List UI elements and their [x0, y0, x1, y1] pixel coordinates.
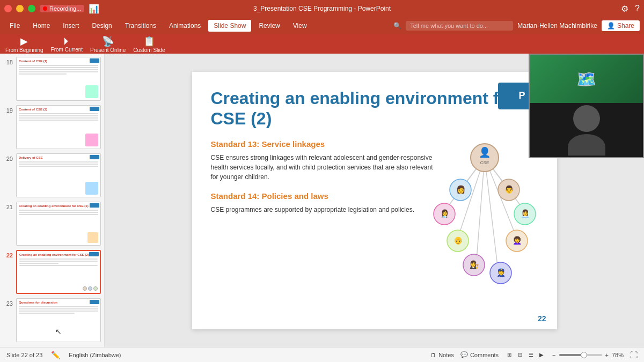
- slide-num-22: 22: [3, 250, 13, 258]
- tab-insert[interactable]: Insert: [57, 20, 84, 32]
- title-bar-right: ⚙ ?: [621, 4, 640, 14]
- comments-button[interactable]: 💬 Comments: [460, 351, 499, 358]
- slide-title-23: Questions for discussion: [19, 301, 98, 304]
- thumb-line: [19, 263, 58, 264]
- slide-title-20: Delivery of CSE: [19, 156, 98, 159]
- thumb-line: [19, 67, 98, 68]
- slide-preview-19[interactable]: Content of CSE (2): [16, 105, 101, 149]
- slide-preview-20[interactable]: Delivery of CSE: [16, 153, 101, 197]
- slide-info: Slide 22 of 23: [6, 352, 42, 358]
- slide-title-21: Creating an enabling environment for CSE…: [19, 204, 98, 208]
- camera-feed: [530, 103, 643, 157]
- ribbon-user-area: 🔍 Marian-Hellen Machimbirike 👤 Share: [393, 20, 640, 31]
- search-input[interactable]: [406, 21, 513, 31]
- slide-num-20: 20: [3, 153, 13, 162]
- settings-icon[interactable]: ⚙: [621, 4, 628, 14]
- slide-preview-23[interactable]: Questions for discussion ↖: [16, 298, 101, 342]
- thumb-line: [19, 69, 98, 70]
- recording-label: Recording...: [49, 5, 81, 12]
- slide-badge-23: [90, 300, 99, 304]
- slide-title-22: Creating an enabling environment for CSE…: [19, 253, 98, 256]
- slide-thumb-19[interactable]: 19 Content of CSE (2): [3, 105, 101, 149]
- map-display: 🗺️: [530, 55, 643, 103]
- present-online-btn[interactable]: 📡 Present Online: [90, 35, 126, 53]
- thumb-line: [19, 65, 98, 66]
- reading-view-icon[interactable]: ☰: [526, 351, 535, 359]
- from-current-btn[interactable]: ⏵ From Current: [51, 35, 83, 53]
- edit-icon: ✏️: [51, 351, 60, 359]
- thumb-line: [19, 161, 98, 162]
- slide-preview-18[interactable]: Content of CSE (1): [16, 57, 101, 101]
- slide-network-22: [83, 286, 98, 291]
- thumb-line: [19, 311, 98, 312]
- svg-text:👤: 👤: [479, 146, 491, 158]
- slide-thumb-23[interactable]: 23 Questions for discussion ↖: [3, 298, 101, 342]
- slideshow-view-icon[interactable]: ▶: [537, 351, 546, 359]
- thumb-line: [19, 313, 75, 314]
- slide-badge-18: [90, 58, 99, 63]
- help-icon[interactable]: ?: [635, 4, 640, 13]
- thumb-line: [19, 258, 98, 260]
- thumb-line: [19, 115, 98, 116]
- svg-text:👮: 👮: [496, 268, 506, 277]
- zoom-out-icon[interactable]: −: [552, 352, 555, 358]
- thumb-line: [19, 265, 98, 266]
- notes-label: Notes: [438, 352, 454, 358]
- thumb-line: [19, 210, 98, 211]
- zoom-in-icon[interactable]: +: [605, 352, 609, 358]
- slide-preview-21[interactable]: Creating an enabling environment for CSE…: [16, 202, 101, 246]
- notes-button[interactable]: 🗒 Notes: [430, 352, 454, 358]
- slide-num-21: 21: [3, 202, 13, 210]
- thumb-line: [19, 71, 98, 72]
- from-beginning-btn[interactable]: ▶ From Beginning: [5, 35, 43, 53]
- zoom-slider[interactable]: [559, 354, 602, 356]
- slide-area[interactable]: P INTERN.. Creating an enabling environm…: [105, 54, 644, 347]
- zoom-handle: [581, 352, 587, 358]
- share-button[interactable]: 👤 Share: [602, 20, 640, 31]
- slide-badge-19: [90, 107, 99, 111]
- svg-text:👴: 👴: [453, 236, 463, 245]
- slide-sorter-icon[interactable]: ⊟: [516, 351, 524, 359]
- slide-cursor-23: ↖: [55, 327, 62, 336]
- thumb-line: [19, 166, 98, 167]
- svg-text:👩‍⚕️: 👩‍⚕️: [440, 209, 449, 218]
- recording-badge: Recording...: [40, 5, 84, 12]
- thumb-line: [19, 261, 98, 262]
- slide-num-18: 18: [3, 57, 13, 65]
- slide-thumb-20[interactable]: 20 Delivery of CSE: [3, 153, 101, 197]
- slide-title-18: Content of CSE (1): [19, 60, 98, 63]
- zoom-control[interactable]: − + 78%: [552, 352, 624, 358]
- custom-slide-btn[interactable]: 📋 Custom Slide: [133, 35, 165, 53]
- tab-animations[interactable]: Animations: [164, 20, 206, 32]
- recording-dot: [43, 6, 47, 11]
- maximize-button[interactable]: [28, 5, 35, 12]
- tab-home[interactable]: Home: [27, 20, 55, 32]
- slide-preview-22[interactable]: Creating an enabling environment for CSE…: [16, 250, 101, 294]
- slide-badge-22: [89, 252, 99, 256]
- section1-body: CSE ensures strong linkages with relevan…: [211, 153, 436, 182]
- slide-badge-21: [90, 203, 99, 208]
- slide-number: 22: [538, 314, 546, 323]
- slide-thumb-18[interactable]: 18 Content of CSE (1): [3, 57, 101, 101]
- slide-img-21: [87, 232, 98, 243]
- comments-icon: 💬: [460, 351, 468, 358]
- share-label: Share: [617, 22, 634, 29]
- fit-screen-icon[interactable]: ⛶: [630, 351, 638, 359]
- thumb-line: [19, 214, 98, 215]
- tab-design[interactable]: Design: [86, 20, 117, 32]
- slide-thumb-22[interactable]: 22 Creating an enabling environment for …: [3, 250, 101, 294]
- slide-thumb-21[interactable]: 21 Creating an enabling environment for …: [3, 202, 101, 246]
- close-button[interactable]: [4, 5, 12, 12]
- ribbon-tabs-row: File Home Insert Design Transitions Anim…: [0, 17, 644, 34]
- slide-panel[interactable]: 18 Content of CSE (1) 19 Content of CSE …: [0, 54, 105, 347]
- window-title: 3_Presentation CSE Programming - PowerPo…: [253, 5, 391, 12]
- tab-review[interactable]: Review: [253, 20, 285, 32]
- tab-transitions[interactable]: Transitions: [120, 20, 162, 32]
- tab-view[interactable]: View: [288, 20, 312, 32]
- minimize-button[interactable]: [16, 5, 24, 12]
- tab-file[interactable]: File: [4, 20, 25, 32]
- normal-view-icon[interactable]: ⊞: [505, 351, 514, 359]
- thumb-line: [19, 212, 98, 213]
- tab-slideshow[interactable]: Slide Show: [208, 20, 251, 32]
- zoom-percent: 78%: [612, 352, 624, 358]
